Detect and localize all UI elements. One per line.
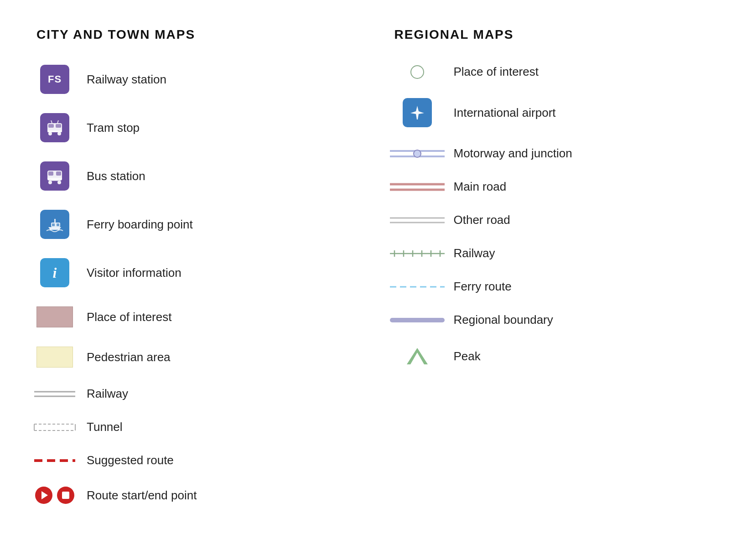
route-play-icon (35, 487, 52, 504)
svg-rect-18 (54, 219, 56, 223)
bus-station-icon (36, 161, 73, 191)
railway-station-icon: FS (36, 65, 73, 94)
list-item: Other road (394, 213, 716, 227)
list-item: Bus station (36, 161, 358, 191)
place-of-interest-label: Place of interest (87, 310, 171, 324)
svg-point-12 (48, 181, 52, 184)
svg-rect-11 (47, 178, 62, 180)
svg-point-4 (48, 132, 52, 135)
list-item: FS Railway station (36, 65, 358, 94)
list-item: Ferry route (394, 280, 716, 294)
list-item: Ferry boarding point (36, 210, 358, 239)
motorway-label: Motorway and junction (454, 146, 572, 161)
ferry-route-label: Ferry route (454, 280, 512, 294)
list-item: Tunnel (36, 420, 358, 434)
svg-rect-1 (48, 124, 54, 128)
list-item: Railway (394, 246, 716, 260)
list-item: Tram stop (36, 113, 358, 142)
pedestrian-area-label: Pedestrian area (87, 350, 171, 364)
list-item: Suggested route (36, 453, 358, 467)
list-item: Motorway and junction (394, 146, 716, 161)
airport-icon (394, 98, 440, 127)
peak-icon (394, 346, 440, 366)
regional-railway-icon (394, 248, 440, 259)
suggested-route-icon (36, 457, 73, 464)
list-item: Place of interest (394, 65, 716, 79)
list-item: i Visitor information (36, 258, 358, 287)
place-of-interest-icon (36, 306, 73, 327)
peak-label: Peak (454, 349, 481, 363)
svg-point-5 (57, 132, 61, 135)
list-item: Main road (394, 180, 716, 194)
regional-railway-label: Railway (454, 246, 495, 260)
svg-rect-9 (48, 171, 53, 176)
pedestrian-area-icon (36, 347, 73, 368)
bus-station-label: Bus station (87, 169, 145, 183)
regional-boundary-label: Regional boundary (454, 313, 553, 327)
route-start-end-label: Route start/end point (87, 488, 197, 503)
other-road-icon (394, 214, 440, 226)
svg-rect-14 (51, 180, 58, 181)
city-railway-label: Railway (87, 387, 128, 401)
motorway-icon (394, 148, 440, 160)
list-item: Route start/end point (36, 487, 358, 504)
city-railway-icon (36, 389, 73, 399)
svg-rect-2 (56, 124, 61, 128)
ferry-boarding-icon (36, 210, 73, 239)
list-item: Regional boundary (394, 313, 716, 327)
list-item: Railway (36, 387, 358, 401)
visitor-info-label: Visitor information (87, 266, 182, 280)
list-item: Peak (394, 346, 716, 366)
regional-poi-icon (394, 65, 440, 79)
main-road-label: Main road (454, 180, 507, 194)
svg-rect-17 (57, 223, 59, 226)
svg-line-7 (57, 120, 58, 123)
railway-station-label: Railway station (87, 73, 166, 87)
regional-boundary-icon (394, 317, 440, 323)
airport-label: International airport (454, 106, 556, 120)
tunnel-label: Tunnel (87, 420, 123, 434)
other-road-label: Other road (454, 213, 510, 227)
tunnel-icon (36, 422, 73, 433)
visitor-info-icon: i (36, 258, 73, 287)
list-item: Pedestrian area (36, 347, 358, 368)
svg-line-6 (51, 120, 52, 123)
svg-point-28 (414, 150, 421, 157)
route-start-end-icon (36, 487, 73, 504)
svg-rect-41 (390, 318, 445, 322)
suggested-route-label: Suggested route (87, 453, 174, 467)
ferry-boarding-label: Ferry boarding point (87, 218, 193, 232)
city-maps-title: CITY AND TOWN MAPS (36, 27, 358, 42)
ferry-route-icon (394, 284, 440, 290)
list-item: International airport (394, 98, 716, 127)
regional-maps-column: REGIONAL MAPS Place of interest Internat… (376, 27, 716, 523)
main-road-icon (394, 181, 440, 193)
regional-poi-label: Place of interest (454, 65, 539, 79)
tram-stop-label: Tram stop (87, 121, 140, 135)
route-stop-icon (57, 487, 74, 504)
regional-maps-title: REGIONAL MAPS (394, 27, 716, 42)
svg-rect-16 (52, 223, 55, 226)
city-town-maps-column: CITY AND TOWN MAPS FS Railway station (36, 27, 376, 523)
tram-stop-icon (36, 113, 73, 142)
svg-rect-10 (56, 171, 61, 176)
list-item: Place of interest (36, 306, 358, 327)
svg-point-13 (57, 181, 61, 184)
